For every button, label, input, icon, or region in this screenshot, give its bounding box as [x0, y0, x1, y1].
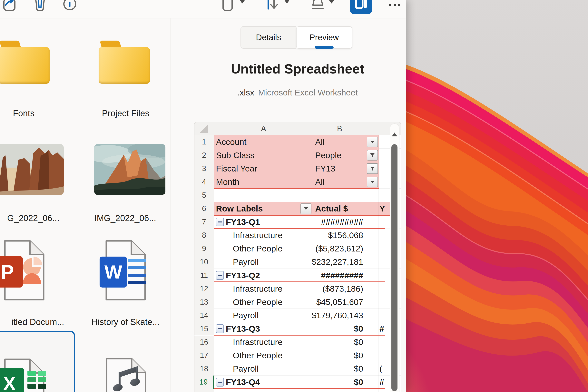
- tab-details[interactable]: Details: [240, 26, 296, 48]
- row-number: 4: [194, 175, 214, 188]
- cell-a: Infrastructure: [214, 336, 313, 349]
- cell-a-text: FY13-Q1: [226, 217, 260, 227]
- sheet-row-17: 17Other People$0: [194, 349, 400, 362]
- cell-b: $0: [313, 362, 366, 376]
- cell-filter-strip: [366, 349, 379, 362]
- cell-filter-strip: [366, 202, 379, 216]
- cell-a: Fiscal Year: [214, 162, 313, 175]
- cell-a-text: Fiscal Year: [216, 164, 257, 174]
- photo-thumbnail-mountain: [94, 144, 166, 195]
- spreadsheet-preview[interactable]: A B 1AccountAll2Sub ClassPeople3Fiscal Y…: [194, 122, 401, 392]
- cell-b: $0: [313, 336, 366, 349]
- cell-b: $0: [313, 376, 366, 389]
- cell-b: $156,068: [313, 229, 366, 242]
- cell-c: (: [379, 362, 385, 376]
- paste-dropdown-chevron-icon[interactable]: [240, 0, 244, 4]
- cell-c: [379, 229, 385, 242]
- dropdown-button-icon: [367, 176, 378, 187]
- more-options-icon[interactable]: …: [388, 0, 403, 10]
- cell-a-text: Payroll: [233, 364, 258, 374]
- cell-filter-strip: [366, 256, 379, 269]
- preview-pane-toggle-button[interactable]: [350, 0, 372, 14]
- sheet-row-14: 14Payroll$179,760,143: [194, 309, 400, 322]
- desktop: … Fonts Project Files G_2022_06...: [0, 0, 588, 392]
- sheet-row-6: 6Row LabelsActual $Y: [194, 202, 400, 216]
- file-extension: .xlsx: [237, 88, 254, 97]
- share-icon[interactable]: [3, 0, 17, 12]
- excel-grid-icon: [38, 377, 46, 382]
- cell-a-text: Other People: [233, 351, 282, 360]
- sheet-row-18: 18Payroll$0(: [194, 362, 400, 376]
- cell-filter-strip: [366, 162, 379, 175]
- row-number: 7: [194, 216, 214, 229]
- cell-filter-strip: [366, 362, 379, 376]
- cell-b: People: [313, 148, 366, 162]
- preview-scrollbar[interactable]: [390, 124, 400, 392]
- sheet-row-12: 12Infrastructure($873,186): [194, 282, 400, 295]
- sheet-row-15: 15FY13-Q3$0#: [194, 322, 400, 335]
- folder-icon: [98, 38, 152, 85]
- cell-c: [379, 309, 385, 322]
- file-explorer-window: … Fonts Project Files G_2022_06...: [0, 0, 406, 392]
- explorer-toolbar: …: [0, 0, 406, 18]
- row-number: 12: [194, 282, 214, 295]
- preview-pane-icon: [350, 0, 372, 14]
- sheet-row-13: 13Other People$45,051,607: [194, 295, 400, 309]
- file-label: Project Files: [75, 108, 176, 118]
- cell-a: FY13-Q1: [214, 216, 313, 229]
- row-number: 20: [194, 389, 214, 392]
- sheet-row-5: 5: [194, 188, 400, 202]
- row-number: 8: [194, 229, 214, 242]
- cell-filter-strip: [366, 188, 379, 202]
- cell-filter-strip: [366, 336, 379, 349]
- select-all-triangle-icon: [200, 124, 208, 133]
- cell-filter-strip: [366, 322, 379, 335]
- row-number: 9: [194, 242, 214, 256]
- word-badge-icon: W: [100, 256, 127, 288]
- cell-filter-strip: [366, 135, 379, 148]
- powerpoint-pie-icon: [21, 256, 43, 287]
- cell-c: [379, 135, 385, 148]
- view-dropdown-chevron-icon[interactable]: [329, 0, 334, 4]
- preview-file-title: Untitled Spreadsheet: [194, 61, 401, 76]
- cell-b: #########: [313, 269, 366, 282]
- collapse-button-icon: [216, 218, 224, 226]
- excel-badge-icon: X: [0, 368, 24, 392]
- row-number: 10: [194, 256, 214, 269]
- row-number: 1: [194, 135, 214, 148]
- cell-a: Other People: [214, 242, 313, 256]
- cell-a: Payroll: [214, 362, 313, 376]
- excel-grid-icon: [38, 371, 46, 376]
- cell-a-text: FY13-Q2: [226, 271, 260, 280]
- cell-a-text: FY13-Q3: [226, 324, 260, 334]
- cell-b: $0: [313, 389, 366, 392]
- view-icon[interactable]: [310, 0, 326, 12]
- cell-a-text: Month: [216, 177, 240, 187]
- scroll-up-arrow-icon[interactable]: [392, 132, 397, 136]
- cell-b: $0: [313, 349, 366, 362]
- collapse-button-icon: [216, 378, 224, 386]
- cell-a-text: Payroll: [233, 257, 258, 267]
- collapse-button-icon: [216, 271, 224, 280]
- cell-filter-strip: [366, 295, 379, 309]
- paste-icon[interactable]: [221, 0, 235, 12]
- file-label: IMG_2022_06...: [74, 213, 176, 223]
- cell-a-text: Infrastructure: [233, 284, 282, 294]
- sort-dropdown-chevron-icon[interactable]: [284, 0, 289, 4]
- delete-icon[interactable]: [33, 0, 47, 12]
- cell-a-text: Infrastructure: [233, 391, 282, 392]
- excel-grid-icon: [28, 377, 36, 382]
- music-note-icon: [113, 364, 146, 392]
- sort-icon[interactable]: [266, 0, 282, 12]
- cell-filter-strip: [366, 216, 379, 229]
- sheet-row-2: 2Sub ClassPeople: [194, 148, 400, 162]
- row-number: 11: [194, 269, 214, 282]
- cell-c: [379, 242, 385, 256]
- sheet-row-19: 19FY13-Q4$0#: [194, 376, 400, 389]
- filter-funnel-icon: [367, 150, 378, 160]
- scrollbar-thumb[interactable]: [392, 144, 398, 391]
- tab-preview[interactable]: Preview: [296, 26, 352, 48]
- info-icon[interactable]: [63, 0, 77, 12]
- word-line-icon: [128, 266, 146, 269]
- file-type-label: Microsoft Excel Worksheet: [258, 88, 358, 97]
